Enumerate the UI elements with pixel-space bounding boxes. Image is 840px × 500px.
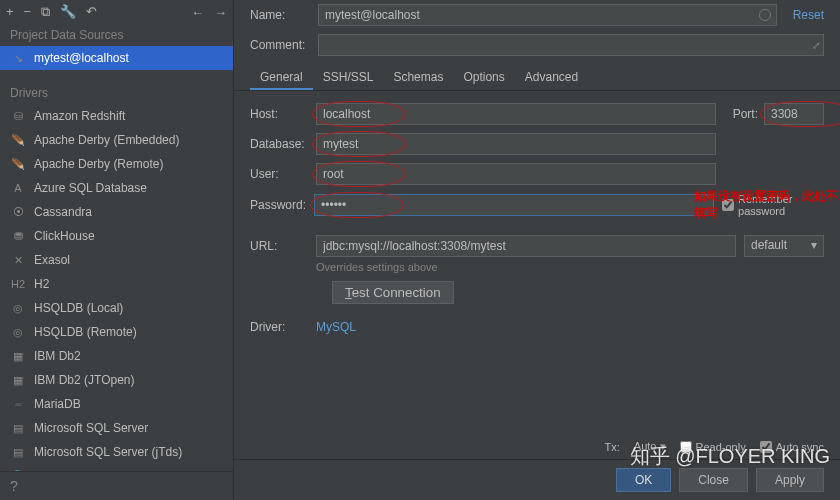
driver-icon: A [10,180,26,196]
back-icon[interactable]: ← [191,5,204,20]
driver-item[interactable]: ◎HSQLDB (Local) [0,296,233,320]
driver-item[interactable]: ⎓MariaDB [0,392,233,416]
driver-item[interactable]: 🪶Apache Derby (Remote) [0,152,233,176]
apply-button[interactable]: Apply [756,468,824,492]
reset-link[interactable]: Reset [793,8,824,22]
driver-label: Exasol [34,253,70,267]
driver-item[interactable]: ⛁Amazon Redshift [0,104,233,128]
driver-icon: ⦿ [10,204,26,220]
driver-icon: ◎ [10,300,26,316]
port-input[interactable] [764,103,824,125]
expand-icon[interactable]: ⤢ [812,40,820,51]
host-input[interactable] [316,103,716,125]
database-input[interactable] [316,133,716,155]
undo-icon[interactable]: ↶ [86,4,97,20]
port-label: Port: [733,107,758,121]
driver-icon: ✕ [10,252,26,268]
driver-icon: ⎓ [10,396,26,412]
driver-item[interactable]: ▤Microsoft SQL Server [0,416,233,440]
driver-label: HSQLDB (Remote) [34,325,137,339]
datasource-name: mytest@localhost [34,51,129,65]
close-button[interactable]: Close [679,468,748,492]
tab-schemas[interactable]: Schemas [383,66,453,90]
remove-icon[interactable]: − [24,4,32,20]
ring-icon [759,9,771,21]
driver-label: Amazon Redshift [34,109,125,123]
driver-icon: ◎ [10,324,26,340]
driver-label: H2 [34,277,49,291]
tabs: GeneralSSH/SSLSchemasOptionsAdvanced [234,60,840,91]
user-input[interactable] [316,163,716,185]
tx-label: Tx: [605,441,620,453]
user-label: User: [250,167,308,181]
driver-icon: ▤ [10,444,26,460]
ok-button[interactable]: OK [616,468,671,492]
driver-label: Cassandra [34,205,92,219]
tab-options[interactable]: Options [453,66,514,90]
password-input[interactable] [314,194,714,216]
tab-general[interactable]: General [250,66,313,90]
autosync-checkbox[interactable] [760,441,772,453]
sidebar-toolbar: + − ⧉ 🔧 ↶ ← → [0,0,233,24]
driver-item[interactable]: ✕Exasol [0,248,233,272]
url-label: URL: [250,239,308,253]
password-label: Password: [250,198,306,212]
driver-item[interactable]: AAzure SQL Database [0,176,233,200]
url-input[interactable] [316,235,736,257]
driver-item[interactable]: H2H2 [0,272,233,296]
driver-icon: 🪶 [10,156,26,172]
driver-item[interactable]: ⛃ClickHouse [0,224,233,248]
driver-label: Microsoft SQL Server (jTds) [34,445,182,459]
readonly-label: Read-only [696,441,746,453]
datasource-icon: ↘ [10,50,26,66]
driver-label: Azure SQL Database [34,181,147,195]
readonly-checkbox[interactable] [680,441,692,453]
driver-icon: ▤ [10,420,26,436]
tab-advanced[interactable]: Advanced [515,66,588,90]
driver-icon: ▦ [10,372,26,388]
driver-item[interactable]: ▦IBM Db2 (JTOpen) [0,368,233,392]
test-connection-button[interactable]: TTest Connectionest Connection [332,281,454,304]
add-icon[interactable]: + [6,4,14,20]
driver-icon: ⛃ [10,228,26,244]
forward-icon[interactable]: → [214,5,227,20]
driver-label: Apache Derby (Remote) [34,157,163,171]
password-note: 如果没有设置密码，此处不填写 [694,188,840,222]
driver-label: ClickHouse [34,229,95,243]
drivers-header: Drivers [0,82,233,104]
driver-label-text: Driver: [250,320,308,334]
autosync-label: Auto sync [776,441,824,453]
driver-icon: 🪶 [10,132,26,148]
database-label: Database: [250,137,308,151]
tx-dropdown[interactable]: Auto [634,440,666,453]
datasource-item[interactable]: ↘ mytest@localhost [0,46,233,70]
driver-item[interactable]: ▦IBM Db2 [0,344,233,368]
override-text: Overrides settings above [234,261,840,277]
name-input[interactable] [318,4,777,26]
project-data-sources-header: Project Data Sources [0,24,233,46]
driver-link[interactable]: MySQL [316,320,356,334]
url-mode-dropdown[interactable]: default [744,235,824,257]
copy-icon[interactable]: ⧉ [41,4,50,20]
driver-item[interactable]: 🐬MySQL [0,464,233,471]
wrench-icon[interactable]: 🔧 [60,4,76,20]
driver-label: Microsoft SQL Server [34,421,148,435]
driver-label: MariaDB [34,397,81,411]
host-label: Host: [250,107,308,121]
name-label: Name: [250,8,310,22]
drivers-list: ⛁Amazon Redshift🪶Apache Derby (Embedded)… [0,104,233,471]
driver-label: HSQLDB (Local) [34,301,123,315]
driver-icon: H2 [10,276,26,292]
comment-input[interactable] [318,34,824,56]
tab-sshssl[interactable]: SSH/SSL [313,66,384,90]
help-button[interactable]: ? [0,471,233,500]
driver-icon: ⛁ [10,108,26,124]
driver-label: Apache Derby (Embedded) [34,133,179,147]
driver-label: IBM Db2 [34,349,81,363]
driver-item[interactable]: ◎HSQLDB (Remote) [0,320,233,344]
driver-item[interactable]: 🪶Apache Derby (Embedded) [0,128,233,152]
driver-icon: ▦ [10,348,26,364]
driver-item[interactable]: ⦿Cassandra [0,200,233,224]
driver-item[interactable]: ▤Microsoft SQL Server (jTds) [0,440,233,464]
driver-label: IBM Db2 (JTOpen) [34,373,134,387]
